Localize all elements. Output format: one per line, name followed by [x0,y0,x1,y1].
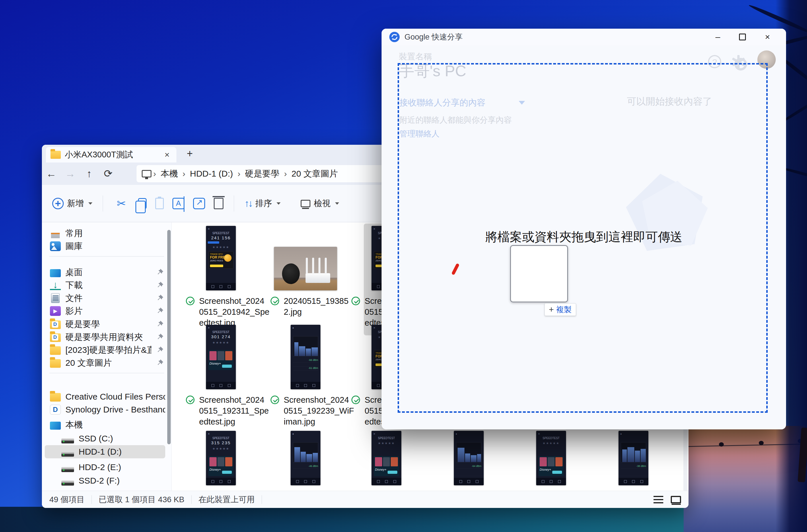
wallpaper-buoy [719,442,724,446]
large-icons-view-button[interactable] [671,496,681,504]
file-thumbnail: ✕ SPEEDTEST 301 274 ★★★★★ Disney+ [206,325,236,389]
sidebar-item-drive-e[interactable]: HDD-2 (E:) [45,461,165,474]
share-button[interactable]: ↗ [193,198,205,209]
close-button[interactable]: × [765,32,770,42]
maximize-button[interactable] [739,34,746,40]
forward-button[interactable]: → [61,168,80,180]
minimize-button[interactable]: – [715,32,720,42]
sidebar-item-creative-cloud[interactable]: Creative Cloud Files Personal A [45,390,165,403]
home-icon [50,228,61,238]
sync-status-icon [186,396,195,404]
window-title: Google 快速分享 [404,32,463,42]
paste-button[interactable] [155,198,164,209]
copy-button[interactable] [138,198,147,209]
sync-status-icon [271,297,279,305]
rename-button[interactable]: A [172,198,184,209]
sync-status-icon [271,396,279,404]
this-pc-icon [50,422,61,430]
drive-icon [61,480,74,486]
sort-label: 排序 [255,198,272,209]
breadcrumb-item[interactable]: 硬是要學 [242,168,282,180]
sidebar-item-folder[interactable]: [2023]硬是要學拍片&直播 [45,343,165,357]
pin-icon [156,334,164,341]
sync-status-icon [351,396,360,404]
up-button[interactable]: ↑ [80,168,99,180]
breadcrumb-chevron: › [238,169,240,178]
desktop: 小米AX3000T測試 × + ← → ↑ ⟳ › 本機 › HDD-1 (D:… [0,0,807,532]
sidebar-scrollbar[interactable] [167,230,171,444]
sidebar-item-downloads[interactable]: ↓ 下載 [45,279,165,292]
new-tab-button[interactable]: + [187,148,193,160]
gallery-icon [50,241,61,251]
pin-icon [156,346,164,354]
sidebar-divider [49,373,164,373]
breadcrumb-chevron: › [153,169,156,178]
folder-icon [50,393,61,402]
sidebar-item-videos[interactable]: ▶ 影片 [45,304,165,318]
folder-icon [51,151,61,159]
breadcrumb-item[interactable]: 20 文章圖片 [289,168,341,180]
breadcrumb-chevron: › [182,169,185,178]
disney-ad: Disney+ [208,350,234,370]
breadcrumb-item[interactable]: HDD-1 (D:) [187,169,236,178]
pin-icon [156,321,164,328]
file-item[interactable]: ✕ SPEEDTEST 315 235 ★★★★★ Disney+ Screen… [184,431,258,491]
file-item[interactable]: ✕ SPEEDTEST ★★★★★ Disney+ Screenshot_202… [514,431,588,491]
plus-icon: + [549,305,554,315]
drive-icon [61,467,74,472]
sync-status-icon [186,297,195,305]
sidebar-item-documents[interactable]: 文件 [45,291,165,305]
cut-button[interactable]: ✂ [113,197,129,210]
file-item[interactable]: ✕ SPEEDTEST 301 274 ★★★★★ Disney+ [184,325,258,427]
file-name: Screenshot_2024 0515_192239_WiF iman.jpg [271,394,354,427]
file-name: Screenshot_2024 0515_201942_Spe edtest.j… [186,296,269,328]
chevron-down-icon [335,202,339,205]
file-item[interactable]: 20240515_19385 2.jpg [268,226,343,317]
details-view-button[interactable] [654,496,663,504]
sidebar-item-drive-f[interactable]: SSD-2 (F:) [45,474,165,487]
sort-button[interactable]: ↑↓ 排序 [244,198,280,209]
sidebar-item-drive-h[interactable]: RED SSD (H:) [45,488,165,491]
tab-close-icon[interactable]: × [162,150,172,160]
delete-button[interactable] [214,198,223,209]
view-button[interactable]: 檢視 [301,198,339,209]
refresh-button[interactable]: ⟳ [99,168,117,180]
file-item[interactable]: ● -66 dBm-61 dBm Screenshot_2024 0515_19… [268,325,343,427]
sidebar-item-folder[interactable]: 20 文章圖片 [45,356,165,369]
synced-folder-icon [50,334,61,342]
wallpaper-water [0,507,698,532]
document-icon [51,293,60,303]
availability-status: 在此裝置上可用 [199,494,255,505]
this-pc-icon [142,170,151,177]
sidebar-item-folder[interactable]: 硬是要學共用資料夾 [45,330,165,344]
synced-folder-icon [50,321,61,329]
chevron-down-icon [277,202,280,205]
copy-drag-badge: + 複製 [545,303,576,316]
file-item[interactable]: ● -46 dBm Screenshot_2024 [268,431,343,491]
sort-arrows-icon: ↑↓ [244,198,252,209]
folder-icon [50,346,61,355]
back-button[interactable]: ← [42,168,61,180]
sidebar-item-folder[interactable]: 硬是要學 [45,318,165,331]
file-item[interactable]: ✕ SPEEDTEST ★★★★★ Disney+ Screenshot_202… [349,431,424,491]
file-item[interactable]: ● -64 dBm Screenshot_2024 [432,431,506,491]
file-item[interactable]: ✕ SPEEDTEST 241 156 ★★★★★ TRADE BTC FOR … [184,226,258,328]
sidebar-item-gallery[interactable]: 圖庫 [45,240,165,253]
new-button[interactable]: 新增 [52,198,92,209]
sidebar-item-drive-d[interactable]: HDD-1 (D:) [45,445,165,458]
sidebar-item-desktop[interactable]: 桌面 [45,266,165,279]
file-name: Screenshot_2024 0515_192311_Spe edtest.j… [186,394,269,427]
share-arrow-icon: ↗ [196,197,203,207]
breadcrumb-item[interactable]: 本機 [158,168,181,180]
sidebar-item-this-pc[interactable]: 本機 [45,418,165,431]
file-thumbnail [274,247,337,290]
explorer-tab[interactable]: 小米AX3000T測試 × [46,147,177,163]
sidebar-item-home[interactable]: 常用 [45,227,165,240]
file-item[interactable]: ● -38 dBm Screenshot_2024 [596,431,671,491]
sidebar-item-drive-c[interactable]: SSD (C:) [45,432,165,445]
sidebar-item-synology-drive[interactable]: D Synology Drive - Besthand-NA [45,403,165,416]
pin-icon [156,359,164,367]
sidebar-divider [49,256,164,256]
sidebar: 常用 圖庫 桌面 ↓ 下載 [42,223,171,491]
copy-label: 複製 [556,304,572,315]
